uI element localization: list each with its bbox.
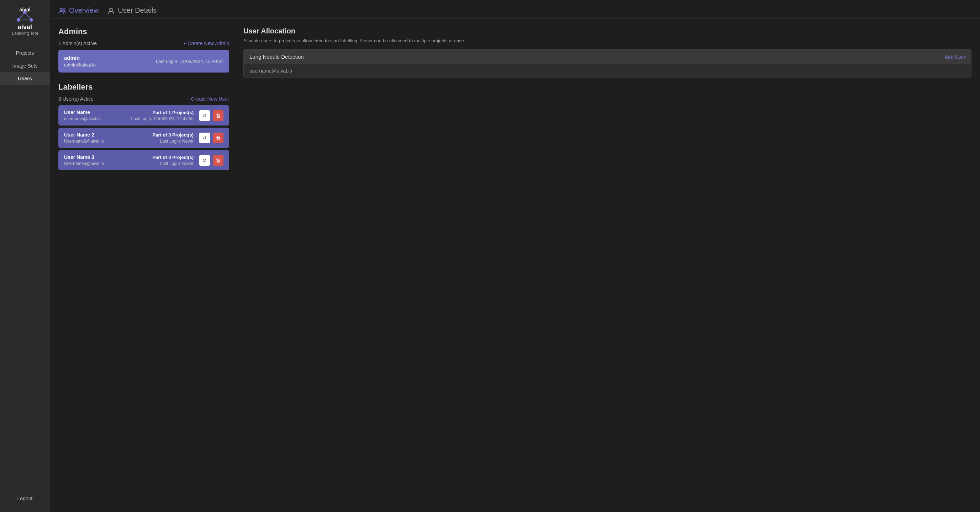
reset-password-button-3[interactable]: ↺ (199, 155, 210, 166)
labeller-login-3: Last Login: Never (152, 161, 194, 166)
admin-card: admin admin@aival.io Last Login: 11/03/2… (58, 50, 229, 73)
tab-user-details-label: User Details (118, 6, 157, 14)
right-panel: User Allocation Allocate users to projec… (243, 27, 972, 504)
project-allocation-card: Lung Nodule Detection + Add User usernam… (243, 49, 972, 78)
labeller-right-1: Part of 1 Project(s) Last Login: 11/03/2… (131, 110, 223, 121)
admin-email: admin@aival.io (64, 62, 96, 68)
admins-section: Admins 1 Admin(s) Active + Create New Ad… (58, 27, 229, 73)
labeller-info-1: User Name username@aival.io (64, 109, 131, 121)
svg-point-7 (60, 8, 63, 11)
labeller-info-2: User Name 2 Username2@aival.io (64, 132, 152, 144)
labeller-project-info-2: Part of 0 Project(s) Last Login: Never (152, 132, 194, 144)
labeller-project-info-3: Part of 0 Project(s) Last Login: Never (152, 155, 194, 166)
left-panel: Admins 1 Admin(s) Active + Create New Ad… (58, 27, 229, 504)
project-name: Lung Nodule Detection (250, 54, 304, 60)
svg-line-4 (25, 12, 31, 20)
labeller-projects-2: Part of 0 Project(s) (152, 132, 194, 138)
logo-area: aival aival Labelling Tool (12, 7, 38, 36)
sidebar-item-imagesets[interactable]: Image Sets (0, 59, 50, 72)
admin-last-login: Last Login: 11/03/2024, 12:49:37 (156, 59, 223, 64)
svg-point-9 (110, 8, 113, 11)
labeller-projects-3: Part of 0 Project(s) (152, 155, 194, 160)
admin-info: admin admin@aival.io (64, 55, 96, 68)
allocation-title: User Allocation (243, 27, 972, 35)
sidebar: aival aival Labelling Tool Projects Imag… (0, 0, 50, 512)
user-icon (107, 7, 115, 14)
labellers-section: Labellers 3 User(s) Active + Create New … (58, 82, 229, 170)
tab-overview[interactable]: Overview (58, 6, 99, 14)
admin-name: admin (64, 55, 96, 61)
delete-user-button-3[interactable]: 🗑 (213, 155, 223, 166)
labellers-count: 3 User(s) Active (58, 96, 94, 102)
reset-password-button-2[interactable]: ↺ (199, 133, 210, 143)
svg-line-3 (19, 12, 25, 20)
labeller-login-2: Last Login: Never (152, 139, 194, 144)
labellers-title: Labellers (58, 82, 229, 92)
labeller-card-3: User Name 3 Username3@aival.io Part of 0… (58, 150, 229, 170)
tab-overview-label: Overview (69, 6, 99, 14)
admins-section-header: 1 Admin(s) Active + Create New Admin (58, 41, 229, 46)
tab-user-details[interactable]: User Details (107, 6, 157, 14)
content-area: Admins 1 Admin(s) Active + Create New Ad… (50, 19, 980, 512)
labeller-name-2: User Name 2 (64, 132, 152, 138)
labeller-projects-1: Part of 1 Project(s) (131, 110, 194, 115)
logout-button[interactable]: Logout (0, 492, 50, 505)
project-user-row: username@aival.io (244, 64, 971, 77)
sidebar-item-users[interactable]: Users (0, 72, 50, 85)
app-subtitle: Labelling Tool (12, 31, 38, 36)
labeller-card-1: User Name username@aival.io Part of 1 Pr… (58, 105, 229, 125)
labeller-name-1: User Name (64, 109, 131, 115)
labeller-login-1: Last Login: 11/03/2024, 12:47:55 (131, 116, 194, 121)
main-content: Overview User Details Admins 1 Admin(s) … (50, 0, 980, 512)
create-user-link[interactable]: + Create New User (187, 96, 229, 102)
project-allocation-header: Lung Nodule Detection + Add User (244, 49, 971, 64)
labeller-right-3: Part of 0 Project(s) Last Login: Never ↺… (152, 155, 223, 166)
labeller-name-3: User Name 3 (64, 154, 152, 160)
labeller-info-3: User Name 3 Username3@aival.io (64, 154, 152, 166)
labeller-email-1: username@aival.io (64, 116, 131, 121)
labellers-section-header: 3 User(s) Active + Create New User (58, 96, 229, 102)
svg-text:aival: aival (19, 7, 30, 13)
delete-user-button-2[interactable]: 🗑 (213, 133, 223, 143)
delete-user-button-1[interactable]: 🗑 (213, 110, 223, 121)
sidebar-item-projects[interactable]: Projects (0, 47, 50, 59)
labeller-project-info-1: Part of 1 Project(s) Last Login: 11/03/2… (131, 110, 194, 121)
labeller-card-2: User Name 2 Username2@aival.io Part of 0… (58, 128, 229, 148)
header: Overview User Details (50, 0, 980, 19)
labeller-right-2: Part of 0 Project(s) Last Login: Never ↺… (152, 132, 223, 144)
create-admin-link[interactable]: + Create New Admin (183, 41, 229, 46)
admins-count: 1 Admin(s) Active (58, 41, 97, 46)
svg-point-8 (63, 8, 65, 11)
labeller-email-2: Username2@aival.io (64, 139, 152, 144)
labeller-email-3: Username3@aival.io (64, 161, 152, 166)
reset-password-button-1[interactable]: ↺ (199, 110, 210, 121)
users-icon (58, 7, 66, 14)
logo-icon: aival (14, 7, 36, 25)
admins-title: Admins (58, 27, 229, 36)
add-user-button[interactable]: + Add User (940, 54, 966, 60)
allocation-description: Allocate users to projects to allow them… (243, 38, 471, 43)
